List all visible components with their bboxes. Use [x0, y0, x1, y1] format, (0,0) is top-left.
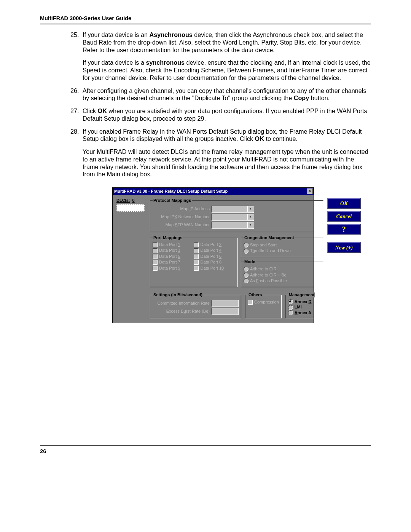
- data-port-checkbox[interactable]: Data Port 8: [194, 260, 235, 265]
- throttle-radio[interactable]: [244, 249, 249, 254]
- ok-button[interactable]: OK: [327, 198, 361, 209]
- compression-checkbox[interactable]: [248, 300, 253, 305]
- lmi-radio[interactable]: [288, 305, 293, 310]
- page-header: MultiFRAD 3000-Series User Guide: [40, 15, 371, 24]
- dlcis-label: DLCIs: 0: [116, 198, 147, 203]
- data-port-checkbox[interactable]: Data Port 4: [194, 248, 235, 253]
- data-port-checkbox[interactable]: Data Port 3: [153, 248, 194, 253]
- settings-group: Settings (in Bits/second) Committed Info…: [150, 292, 241, 319]
- data-port-checkbox[interactable]: Data Port 10: [194, 266, 235, 271]
- annexd-radio[interactable]: [288, 299, 293, 304]
- mode-group: Mode Adhere to CIR Adhere to CIR + Be As…: [241, 259, 323, 287]
- data-port-checkbox[interactable]: Data Port 9: [153, 266, 194, 271]
- data-port-checkbox[interactable]: Data Port 2: [194, 242, 235, 247]
- step-item: 26.After configuring a given channel, yo…: [70, 87, 371, 102]
- map-ipx-label: Map IPX Network Number: [153, 214, 210, 219]
- port-mappings-group: Port Mappings Data Port 1Data Port 2Data…: [150, 235, 238, 287]
- congestion-group: Congestion Management Stop and Start Thr…: [241, 235, 323, 257]
- chevron-down-icon: ▼: [247, 222, 253, 228]
- steps-list: 25.If your data device is an Asynchronou…: [70, 31, 371, 178]
- map-ip-combo[interactable]: ▼: [211, 206, 254, 213]
- data-port-checkbox[interactable]: Data Port 5: [153, 254, 194, 259]
- management-group: Management Annex D LMI Annex A: [285, 292, 323, 319]
- content: 25.If your data device is an Asynchronou…: [70, 31, 371, 323]
- new-button[interactable]: New (+): [327, 242, 361, 253]
- cir-field[interactable]: [211, 300, 239, 307]
- data-port-checkbox[interactable]: Data Port 1: [153, 242, 194, 247]
- help-button[interactable]: ?: [327, 224, 361, 235]
- dlcis-listbox[interactable]: [116, 204, 145, 212]
- dialog-screenshot: MultiFRAD v3.00 - Frame Relay DLCI Setup…: [112, 187, 371, 323]
- map-ipx-combo[interactable]: ▼: [211, 214, 254, 221]
- dialog-title: MultiFRAD v3.00 - Frame Relay DLCI Setup…: [114, 189, 307, 194]
- cancel-button[interactable]: Cancel: [327, 211, 361, 222]
- protocol-mappings-group: Protocol Mappings Map IP Address▼ Map IP…: [150, 198, 323, 232]
- data-port-checkbox[interactable]: Data Port 7: [153, 260, 194, 265]
- step-item: 28.If you enabled Frame Relay in the WAN…: [70, 128, 371, 179]
- page-number: 26: [40, 445, 371, 454]
- map-stp-label: Map STP WAN Number: [153, 222, 210, 227]
- chevron-down-icon: ▼: [247, 206, 253, 212]
- annexa-radio[interactable]: [288, 310, 293, 315]
- others-group: Others Compression: [245, 292, 282, 319]
- step-item: 25.If your data device is an Asynchronou…: [70, 31, 371, 82]
- step-item: 27.Click OK when you are satisfied with …: [70, 107, 371, 123]
- be-field[interactable]: [211, 308, 239, 315]
- chevron-down-icon: ▼: [247, 214, 253, 220]
- cir-radio[interactable]: [244, 267, 249, 272]
- cirbe-radio[interactable]: [244, 273, 249, 278]
- map-ip-label: Map IP Address: [153, 206, 210, 211]
- titlebar: MultiFRAD v3.00 - Frame Relay DLCI Setup…: [113, 188, 314, 195]
- map-stp-combo[interactable]: ▼: [211, 222, 254, 229]
- stop-start-radio[interactable]: [244, 243, 249, 248]
- data-port-checkbox[interactable]: Data Port 6: [194, 254, 235, 259]
- fast-radio[interactable]: [244, 278, 249, 283]
- close-icon[interactable]: ×: [307, 189, 313, 194]
